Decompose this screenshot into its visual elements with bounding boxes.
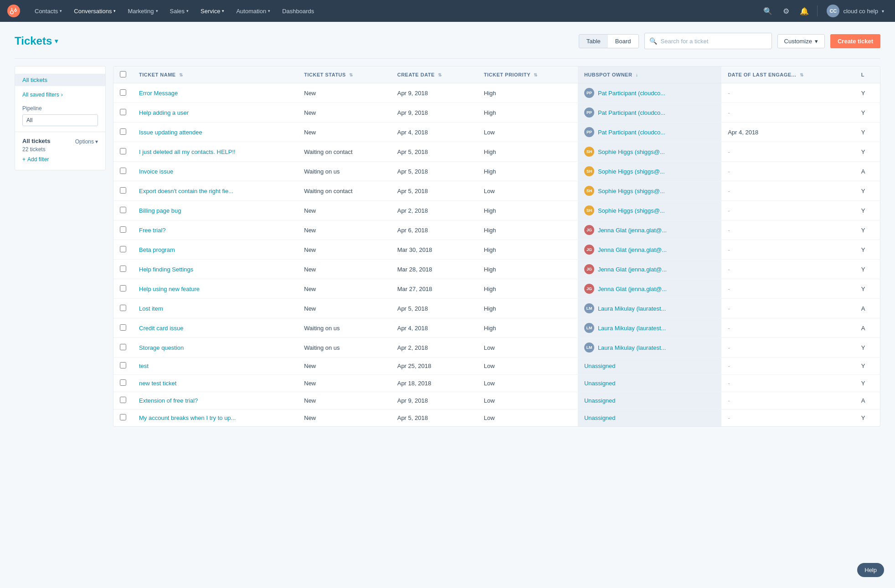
row-checkbox[interactable] [120, 226, 126, 233]
ticket-name-link[interactable]: Help finding Settings [139, 266, 239, 273]
ticket-name-link[interactable]: Lost item [139, 305, 239, 312]
select-all-column[interactable] [113, 66, 133, 83]
ticket-name-link[interactable]: test [139, 363, 239, 369]
search-input[interactable] [661, 38, 767, 45]
col-ticket-status[interactable]: TICKET STATUS ⇅ [298, 66, 391, 83]
notifications-icon[interactable]: 🔔 [797, 4, 812, 18]
col-ticket-name[interactable]: TICKET NAME ⇅ [133, 66, 298, 83]
col-ticket-priority[interactable]: TICKET PRIORITY ⇅ [478, 66, 578, 83]
row-checkbox[interactable] [120, 168, 126, 174]
create-date-cell: Apr 2, 2018 [391, 338, 478, 358]
ticket-priority-cell: High [478, 260, 578, 279]
last-col-cell: A [855, 318, 880, 338]
col-create-date[interactable]: CREATE DATE ⇅ [391, 66, 478, 83]
row-checkbox[interactable] [120, 397, 126, 403]
owner-name[interactable]: Laura Mikulay (lauratest... [598, 325, 666, 332]
ticket-name-link[interactable]: Beta program [139, 246, 239, 253]
owner-name[interactable]: Sophie Higgs (shiggs@... [598, 168, 665, 175]
nav-automation[interactable]: Automation ▾ [231, 5, 276, 17]
owner-name[interactable]: Sophie Higgs (shiggs@... [598, 188, 665, 194]
ticket-name-link[interactable]: Free trial? [139, 227, 239, 234]
owner-name[interactable]: Sophie Higgs (shiggs@... [598, 207, 665, 214]
table-row: I just deleted all my contacts. HELP!!Wa… [113, 142, 880, 162]
sidebar-item-all-tickets[interactable]: All tickets [15, 74, 105, 86]
last-engage-dash: - [728, 246, 730, 253]
last-engage-cell: - [721, 318, 855, 338]
owner-unassigned[interactable]: Unassigned [584, 397, 616, 404]
ticket-name-link[interactable]: Invoice issue [139, 168, 239, 175]
ticket-name-link[interactable]: Storage question [139, 344, 239, 351]
owner-name[interactable]: Jenna Glat (jenna.glat@... [598, 266, 667, 273]
row-checkbox-cell [113, 299, 133, 318]
header-divider [15, 58, 880, 59]
owner-name[interactable]: Pat Participant (cloudco... [598, 109, 665, 116]
ticket-name-link[interactable]: new test ticket [139, 380, 239, 387]
row-checkbox[interactable] [120, 128, 126, 135]
row-checkbox[interactable] [120, 305, 126, 311]
customize-button[interactable]: Customize ▾ [777, 34, 825, 48]
row-checkbox[interactable] [120, 324, 126, 331]
owner-name[interactable]: Jenna Glat (jenna.glat@... [598, 286, 667, 292]
create-ticket-button[interactable]: Create ticket [830, 34, 880, 48]
owner-name[interactable]: Jenna Glat (jenna.glat@... [598, 227, 667, 234]
add-filter-button[interactable]: + Add filter [22, 156, 98, 163]
table-row: Issue updating attendeeNewApr 4, 2018Low… [113, 123, 880, 142]
col-hubspot-owner[interactable]: HUBSPOT OWNER ↓ [578, 66, 721, 83]
row-checkbox[interactable] [120, 109, 126, 115]
settings-icon[interactable]: ⚙ [779, 4, 793, 18]
sidebar-section-title: All tickets [22, 138, 50, 144]
nav-service[interactable]: Service ▾ [195, 5, 230, 17]
owner-unassigned[interactable]: Unassigned [584, 380, 616, 387]
row-checkbox[interactable] [120, 285, 126, 291]
owner-unassigned[interactable]: Unassigned [584, 363, 616, 369]
ticket-name-link[interactable]: I just deleted all my contacts. HELP!! [139, 148, 239, 155]
options-button[interactable]: Options ▾ [75, 138, 98, 145]
select-all-checkbox[interactable] [120, 71, 126, 77]
nav-contacts[interactable]: Contacts ▾ [29, 5, 67, 17]
owner-name[interactable]: Pat Participant (cloudco... [598, 129, 665, 136]
ticket-name-link[interactable]: Billing page bug [139, 207, 239, 214]
nav-marketing[interactable]: Marketing ▾ [122, 5, 163, 17]
ticket-name-link[interactable]: Extension of free trial? [139, 397, 239, 404]
user-menu[interactable]: CC cloud co help ▾ [823, 3, 888, 19]
last-engage-dash: - [728, 109, 730, 116]
saved-filters-link[interactable]: All saved filters › [15, 90, 105, 100]
owner-name[interactable]: Sophie Higgs (shiggs@... [598, 148, 665, 155]
owner-name[interactable]: Laura Mikulay (lauratest... [598, 305, 666, 312]
owner-name[interactable]: Pat Participant (cloudco... [598, 90, 665, 97]
row-checkbox[interactable] [120, 414, 126, 420]
nav-dashboards[interactable]: Dashboards [277, 5, 319, 17]
search-icon[interactable]: 🔍 [761, 4, 775, 18]
row-checkbox[interactable] [120, 187, 126, 194]
nav-sales[interactable]: Sales ▾ [165, 5, 195, 17]
title-chevron-icon[interactable]: ▾ [55, 37, 58, 45]
board-view-button[interactable]: Board [608, 35, 638, 48]
col-last-engage[interactable]: DATE OF LAST ENGAGE... ⇅ [721, 66, 855, 83]
ticket-name-link[interactable]: Help using new feature [139, 286, 239, 292]
ticket-name-link[interactable]: Error Message [139, 90, 239, 97]
row-checkbox[interactable] [120, 89, 126, 96]
nav-conversations[interactable]: Conversations ▾ [68, 5, 121, 17]
ticket-name-link[interactable]: My account breaks when I try to up... [139, 414, 239, 421]
owner-name[interactable]: Laura Mikulay (lauratest... [598, 344, 666, 351]
last-engage-dash: - [728, 397, 730, 404]
row-checkbox[interactable] [120, 148, 126, 154]
row-checkbox[interactable] [120, 379, 126, 386]
row-checkbox[interactable] [120, 246, 126, 252]
row-checkbox[interactable] [120, 362, 126, 368]
hubspot-logo[interactable] [7, 5, 20, 17]
owner-unassigned[interactable]: Unassigned [584, 414, 616, 421]
table-header-row: TICKET NAME ⇅ TICKET STATUS ⇅ CREATE DAT… [113, 66, 880, 83]
ticket-name-link[interactable]: Issue updating attendee [139, 129, 239, 136]
ticket-status-cell: New [298, 240, 391, 260]
owner-name[interactable]: Jenna Glat (jenna.glat@... [598, 246, 667, 253]
pipeline-select[interactable]: All Support Pipeline Sales Pipeline [22, 114, 98, 126]
row-checkbox[interactable] [120, 207, 126, 213]
ticket-name-link[interactable]: Credit card issue [139, 325, 239, 332]
table-view-button[interactable]: Table [579, 35, 608, 48]
row-checkbox[interactable] [120, 344, 126, 350]
row-checkbox[interactable] [120, 266, 126, 272]
ticket-name-link[interactable]: Help adding a user [139, 109, 239, 116]
row-checkbox-cell [113, 181, 133, 201]
ticket-name-link[interactable]: Export doesn't contain the right fie... [139, 188, 239, 194]
